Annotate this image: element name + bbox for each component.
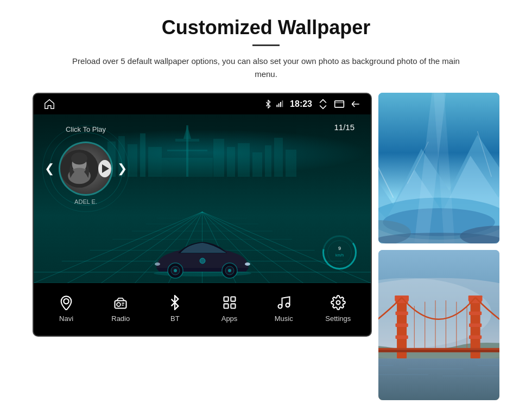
svg-rect-19: [238, 143, 250, 177]
car-body: [145, 233, 259, 279]
svg-rect-1: [278, 104, 280, 107]
svg-rect-113: [378, 350, 499, 352]
svg-rect-18: [227, 147, 235, 177]
radio-icon: [111, 293, 130, 312]
apps-icon: [220, 293, 239, 312]
bluetooth-status-icon: [264, 100, 273, 108]
svg-rect-67: [224, 297, 228, 301]
page-subtitle: Preload over 5 default wallpaper options…: [62, 55, 470, 81]
album-art-container: ❮: [45, 142, 127, 196]
apps-label: Apps: [221, 314, 238, 323]
svg-rect-102: [469, 311, 482, 314]
svg-rect-2: [280, 102, 281, 107]
album-art-image: [60, 143, 98, 194]
bridge-wallpaper-svg: [378, 250, 499, 401]
nav-item-navi[interactable]: Navi: [47, 293, 85, 323]
settings-label: Settings: [325, 314, 351, 323]
svg-rect-88: [378, 358, 499, 400]
nav-icons-top: [318, 99, 361, 110]
date-display: 11/15: [334, 123, 354, 132]
svg-rect-0: [276, 105, 277, 107]
radio-label: Radio: [111, 314, 130, 323]
svg-rect-70: [231, 304, 235, 308]
svg-text:9: 9: [338, 246, 341, 251]
svg-rect-98: [395, 335, 408, 338]
svg-text:km/h: km/h: [335, 253, 344, 257]
home-icon: [43, 98, 55, 110]
signal-icon: [276, 100, 284, 108]
svg-rect-3: [282, 100, 283, 107]
svg-rect-97: [395, 323, 408, 326]
nav-bar: Navi Radio: [34, 283, 371, 332]
navi-label: Navi: [59, 314, 73, 323]
svg-rect-17: [213, 139, 224, 177]
svg-rect-21: [265, 145, 271, 177]
status-left: [43, 98, 55, 110]
svg-point-46: [174, 269, 177, 272]
svg-marker-13: [183, 125, 191, 139]
svg-point-72: [286, 303, 289, 307]
title-divider: [252, 44, 280, 46]
screen-main: Click To Play ❮: [34, 114, 371, 283]
svg-rect-104: [469, 335, 482, 338]
back-icon[interactable]: [350, 99, 361, 110]
svg-rect-4: [335, 101, 344, 107]
svg-rect-22: [274, 138, 283, 177]
svg-rect-103: [469, 323, 482, 326]
svg-rect-10: [140, 133, 145, 177]
wallpaper-thumb-bridge[interactable]: [378, 250, 499, 401]
nav-item-apps[interactable]: Apps: [211, 293, 249, 323]
nav-item-music[interactable]: Music: [265, 293, 303, 323]
svg-rect-96: [395, 311, 408, 314]
svg-point-64: [117, 303, 121, 306]
svg-rect-14: [175, 139, 199, 142]
car-screen: 18:23: [33, 93, 372, 337]
page-title: Customized Wallpaper: [162, 16, 371, 39]
status-right: 18:23: [264, 99, 361, 110]
music-icon: [274, 293, 294, 312]
navi-icon: [56, 293, 76, 312]
gauge: 9 km/h: [319, 232, 360, 275]
status-icons: [264, 100, 284, 108]
status-bar: 18:23: [34, 94, 371, 114]
gauge-svg: 9 km/h: [319, 232, 360, 273]
album-art: [59, 142, 113, 196]
svg-point-73: [336, 300, 340, 304]
settings-icon: [328, 293, 348, 312]
svg-point-49: [228, 269, 231, 272]
play-button[interactable]: [98, 160, 111, 177]
wallpaper-column: [378, 93, 499, 400]
svg-point-52: [200, 258, 205, 264]
svg-rect-15: [167, 150, 207, 151]
nav-item-settings[interactable]: Settings: [319, 293, 357, 323]
svg-rect-69: [224, 304, 228, 308]
content-area: 18:23: [33, 93, 499, 400]
wallpaper-thumb-ice[interactable]: [378, 93, 499, 243]
bt-icon: [165, 293, 185, 312]
svg-point-71: [278, 304, 282, 308]
svg-point-61: [328, 241, 352, 265]
svg-point-51: [155, 262, 160, 266]
nav-item-radio[interactable]: Radio: [102, 293, 140, 323]
expand-icon: [318, 99, 328, 110]
window-icon: [334, 99, 345, 110]
svg-rect-11: [148, 147, 162, 177]
status-time: 18:23: [290, 99, 312, 109]
svg-point-62: [64, 299, 68, 304]
svg-point-50: [245, 262, 250, 266]
ice-wallpaper-svg: [378, 93, 499, 243]
music-label: Music: [275, 314, 293, 323]
page-container: Customized Wallpaper Preload over 5 defa…: [0, 0, 532, 411]
svg-rect-23: [286, 150, 296, 177]
music-player: Click To Play ❮: [45, 125, 127, 205]
nav-item-bt[interactable]: BT: [156, 293, 194, 323]
svg-point-56: [71, 152, 87, 164]
svg-rect-68: [231, 297, 235, 301]
bt-label: BT: [170, 314, 180, 323]
